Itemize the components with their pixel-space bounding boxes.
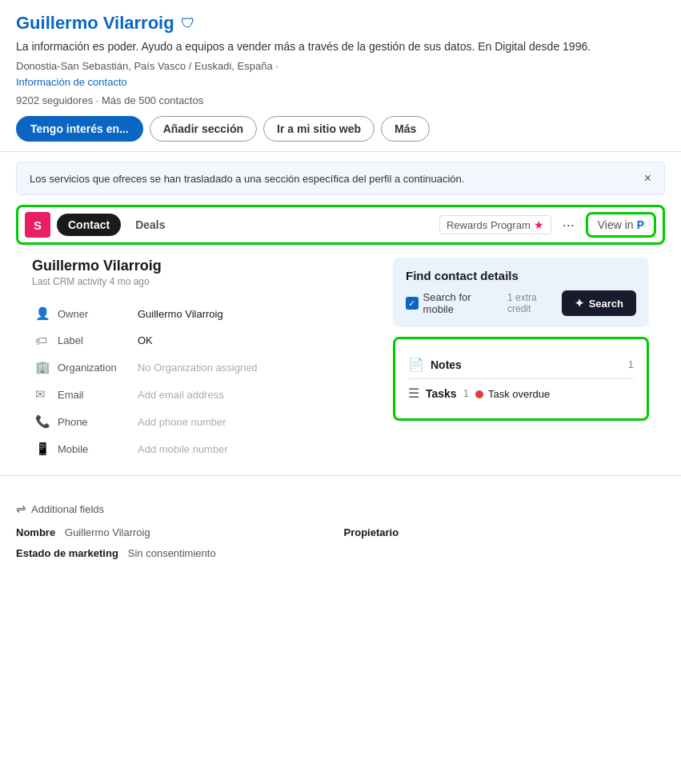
sparkle-icon: ✦ <box>575 297 584 310</box>
table-row: ✉ Email Add email address <box>32 381 380 408</box>
field-row-estado: Estado de marketing Sin consentimiento <box>16 546 665 559</box>
owner-icon: 👤 <box>32 300 54 327</box>
profile-name-row: Guillermo Vilarroig 🛡 <box>16 13 665 34</box>
estado-label: Estado de marketing <box>16 547 118 559</box>
info-table: 👤 Owner Guillermo Vilarroig 🏷 Label OK 🏢… <box>32 300 380 462</box>
notes-count: 1 <box>628 358 634 370</box>
phone-label: Phone <box>54 408 134 435</box>
estado-field: Estado de marketing Sin consentimiento <box>16 546 338 559</box>
overdue-label: Task overdue <box>488 388 550 400</box>
tasks-icon: ☰ <box>408 386 419 401</box>
find-contact-title: Find contact details <box>406 269 636 282</box>
org-icon: 🏢 <box>32 354 54 381</box>
label-ok-badge: OK <box>138 334 153 346</box>
additional-fields-icon: ⇌ <box>16 502 26 516</box>
table-row: 📞 Phone Add phone number <box>32 408 380 435</box>
search-button[interactable]: ✦ Search <box>562 290 636 316</box>
owner-value[interactable]: Guillermo Vilarroig <box>134 300 380 327</box>
verified-icon: 🛡 <box>181 15 195 32</box>
profile-stats: 9202 seguidores · Más de 500 contactos <box>16 94 665 106</box>
profile-name: Guillermo Vilarroig <box>16 13 174 34</box>
find-contact-left: ✓ Search for mobile 1 extra credit <box>406 291 562 315</box>
tab-deals[interactable]: Deals <box>124 214 176 236</box>
table-row: 👤 Owner Guillermo Vilarroig <box>32 300 380 327</box>
profile-bio: La información es poder. Ayudo a equipos… <box>16 38 665 55</box>
task-overdue: Task overdue <box>475 386 634 400</box>
tab-avatar: S <box>25 212 50 238</box>
main-content: Guillermo Vilarroig Last CRM activity 4 … <box>16 258 665 462</box>
more-button[interactable]: Más <box>381 116 430 142</box>
find-contact-row: ✓ Search for mobile 1 extra credit ✦ Sea… <box>406 290 636 316</box>
view-in-label: View in <box>598 218 634 231</box>
tab-more-button[interactable]: ··· <box>559 215 578 235</box>
tasks-item[interactable]: ☰ Tasks 1 Task overdue <box>408 379 634 407</box>
tasks-label: Tasks <box>426 387 457 400</box>
notes-label: Notes <box>431 358 622 371</box>
website-button[interactable]: Ir a mi sitio web <box>263 116 375 142</box>
banner-close-button[interactable]: × <box>644 172 651 185</box>
additional-fields: ⇌ Additional fields Nombre Guillermo Vil… <box>0 489 681 580</box>
notes-item[interactable]: 📄 Notes 1 <box>408 350 634 379</box>
nombre-value: Guillermo Vilarroig <box>65 526 150 538</box>
org-label: Organization <box>54 354 134 381</box>
add-section-button[interactable]: Añadir sección <box>150 116 257 142</box>
view-in-button[interactable]: View in P <box>586 212 656 238</box>
followers-count: 9202 seguidores <box>16 94 93 106</box>
right-panel: Find contact details ✓ Search for mobile… <box>393 258 649 462</box>
propietario-field: Propietario <box>344 526 666 538</box>
star-icon: ★ <box>534 218 544 231</box>
email-label: Email <box>54 381 134 408</box>
last-activity: Last CRM activity 4 mo ago <box>32 276 380 287</box>
rewards-label: Rewards Program <box>447 219 531 231</box>
tab-bar-left: S Contact Deals <box>25 212 176 238</box>
profile-header: Guillermo Vilarroig 🛡 La información es … <box>0 0 681 152</box>
mobile-value[interactable]: Add mobile number <box>134 435 380 462</box>
section-divider <box>0 475 681 476</box>
mobile-label: Mobile <box>54 435 134 462</box>
field-row-nombre: Nombre Guillermo Vilarroig Propietario <box>16 526 665 538</box>
additional-fields-label: Additional fields <box>31 503 104 515</box>
table-row: 📱 Mobile Add mobile number <box>32 435 380 462</box>
contact-info: Guillermo Vilarroig Last CRM activity 4 … <box>32 258 380 462</box>
interest-button[interactable]: Tengo interés en... <box>16 116 143 142</box>
contact-name: Guillermo Vilarroig <box>32 258 380 274</box>
mobile-icon: 📱 <box>32 435 54 462</box>
tasks-count: 1 <box>463 387 469 399</box>
label-value[interactable]: OK <box>134 327 380 354</box>
tab-contact[interactable]: Contact <box>57 214 121 236</box>
tab-bar-right: Rewards Program ★ ··· View in P <box>439 212 656 238</box>
table-row: 🏷 Label OK <box>32 327 380 354</box>
overdue-dot <box>475 390 483 398</box>
propietario-label: Propietario <box>344 526 399 538</box>
label-icon: 🏷 <box>32 327 54 354</box>
phone-icon: 📞 <box>32 408 54 435</box>
crm-section: S Contact Deals Rewards Program ★ ··· Vi… <box>0 205 681 462</box>
additional-fields-header: ⇌ Additional fields <box>16 502 665 516</box>
contact-link[interactable]: Información de contacto <box>16 76 127 88</box>
label-label: Label <box>54 327 134 354</box>
search-mobile-checkbox[interactable]: ✓ <box>406 297 419 310</box>
search-mobile-label: Search for mobile <box>423 291 503 315</box>
extra-credit: 1 extra credit <box>507 292 562 314</box>
table-row: 🏢 Organization No Organization assigned <box>32 354 380 381</box>
notes-tasks-card: 📄 Notes 1 ☰ Tasks 1 Task overdue <box>393 337 649 421</box>
owner-label: Owner <box>54 300 134 327</box>
connections-count: · Más de 500 contactos <box>96 94 203 106</box>
phone-value[interactable]: Add phone number <box>134 408 380 435</box>
estado-value: Sin consentimiento <box>128 547 216 559</box>
nombre-field: Nombre Guillermo Vilarroig <box>16 526 338 538</box>
services-banner: Los servicios que ofreces se han traslad… <box>16 162 665 195</box>
find-contact-card: Find contact details ✓ Search for mobile… <box>393 258 649 327</box>
email-value[interactable]: Add email address <box>134 381 380 408</box>
banner-text: Los servicios que ofreces se han traslad… <box>30 173 464 185</box>
nombre-label: Nombre <box>16 526 55 538</box>
view-in-p-icon: P <box>637 218 644 231</box>
search-label: Search <box>589 298 623 310</box>
org-value[interactable]: No Organization assigned <box>134 354 380 381</box>
tab-bar: S Contact Deals Rewards Program ★ ··· Vi… <box>16 205 665 245</box>
profile-actions: Tengo interés en... Añadir sección Ir a … <box>16 116 665 142</box>
rewards-badge: Rewards Program ★ <box>439 215 551 234</box>
email-icon: ✉ <box>32 381 54 408</box>
notes-icon: 📄 <box>408 357 424 372</box>
profile-location: Donostia-San Sebastián, País Vasco / Eus… <box>16 60 665 72</box>
